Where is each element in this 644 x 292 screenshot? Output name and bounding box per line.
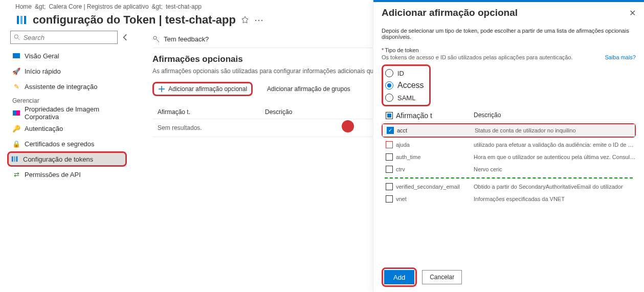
token-type-help: Os tokens de acesso e ID são utilizados … — [382, 54, 573, 60]
sidebar-item-auth[interactable]: 🔑 Autenticação — [10, 121, 137, 136]
claim-row-verified-email[interactable]: verified_secondary_email Obtido a partir… — [382, 181, 636, 193]
claim-row-ajuda[interactable]: ajuda utilizado para efetuar a validação… — [382, 139, 636, 151]
empty-label: Sem resultados. — [158, 124, 202, 131]
svg-point-8 — [153, 36, 157, 39]
sidebar-item-api[interactable]: ⇄ Permissões de API — [10, 167, 137, 182]
rocket-icon: 🚀 — [12, 67, 20, 75]
claim-name: ajuda — [396, 142, 410, 148]
breadcrumb-sep: &gt; — [35, 3, 46, 10]
sidebar-item-integration[interactable]: ✎ Assistente de integração — [10, 79, 137, 94]
panel-footer: Add Cancelar — [373, 262, 644, 292]
search-input[interactable] — [10, 31, 118, 44]
collapse-icon[interactable] — [121, 33, 130, 42]
checkbox-icon[interactable] — [386, 183, 393, 190]
pin-icon[interactable] — [241, 16, 249, 24]
claim-desc: Informações especificadas da VNET — [474, 196, 636, 202]
sidebar-item-certs[interactable]: 🔒 Certificados e segredos — [10, 136, 137, 151]
claim-name: vnet — [396, 196, 407, 202]
highlight-dot — [342, 120, 354, 132]
token-icon — [11, 155, 19, 163]
truncation-divider — [385, 177, 633, 178]
add-group-claim-button[interactable]: Adicionar afirmação de grupos — [263, 83, 354, 95]
wizard-icon: ✎ — [12, 82, 20, 91]
radio-circle — [385, 81, 393, 89]
claims-table-header: Afirmação t Descrição — [382, 109, 636, 122]
sidebar-item-overview[interactable]: Visão Geral — [10, 48, 137, 63]
plus-icon — [158, 85, 165, 93]
learn-more-link[interactable]: Saiba mais? — [605, 54, 636, 60]
claim-desc: utilizado para efetuar a validação da au… — [474, 142, 636, 148]
sidebar-section-manage: Gerenciar — [10, 94, 137, 105]
more-menu-icon[interactable]: ⋯ — [254, 15, 263, 25]
radio-id[interactable]: ID — [385, 67, 424, 79]
radio-access[interactable]: Access — [385, 79, 424, 92]
sidebar-item-tokens[interactable]: Configuração de tokens — [7, 151, 127, 167]
close-icon[interactable]: ✕ — [629, 8, 636, 18]
radio-label: SAML — [397, 94, 415, 102]
sidebar-item-label: Autenticação — [25, 125, 63, 132]
cert-icon: 🔒 — [12, 140, 20, 148]
button-label: Adicionar afirmação de grupos — [267, 85, 350, 93]
token-config-icon — [15, 14, 28, 26]
breadcrumb-home[interactable]: Home — [15, 3, 32, 10]
claim-row-ctry[interactable]: ctrv Nervo ceric — [382, 163, 636, 175]
radio-circle — [385, 94, 393, 102]
search-field[interactable] — [24, 34, 114, 41]
panel-description: Depois de selecionar um tipo de token, p… — [382, 25, 636, 47]
checkbox-icon[interactable] — [386, 195, 393, 203]
sidebar-item-label: Certificados e segredos — [25, 140, 95, 148]
branding-icon — [12, 109, 20, 117]
sidebar-item-label: Visão Geral — [25, 52, 59, 60]
claim-row-auth-time[interactable]: auth_time Hora em que o utilizador se au… — [382, 151, 636, 163]
breadcrumb-path1[interactable]: Calera Core | Registros de aplicativo — [49, 3, 148, 10]
claim-name: auth_time — [396, 154, 420, 160]
claim-name: verified_secondary_email — [396, 184, 460, 190]
sidebar-item-label: Início rápido — [25, 68, 61, 75]
svg-rect-1 — [20, 16, 23, 24]
sidebar-item-label: Permissões de API — [25, 171, 81, 178]
checkbox-icon[interactable] — [386, 141, 393, 148]
sidebar-item-quickstart[interactable]: 🚀 Início rápido — [10, 63, 137, 79]
svg-rect-0 — [17, 16, 19, 24]
claim-row-vnet[interactable]: vnet Informações especificadas da VNET — [382, 193, 636, 205]
checkbox-icon[interactable] — [386, 153, 393, 161]
svg-line-4 — [18, 38, 19, 40]
panel-title: Adicionar afirmação opcional — [382, 7, 518, 18]
column-claim: Afirmação t. — [152, 108, 265, 116]
api-icon: ⇄ — [12, 170, 20, 178]
svg-rect-5 — [12, 156, 13, 162]
claim-desc: Obtido a partir do SecondaryAuthoritativ… — [474, 184, 636, 190]
select-all-checkbox[interactable] — [386, 112, 393, 119]
claim-name: ctrv — [396, 166, 405, 172]
svg-rect-7 — [16, 156, 18, 162]
feedback-label: Tem feedback? — [164, 35, 209, 43]
checkbox-icon[interactable] — [386, 166, 393, 173]
column-claim: Afirmação t — [396, 111, 432, 120]
claim-desc: Hora em que o utilizador se autenticou p… — [474, 154, 636, 160]
add-claim-panel: Adicionar afirmação opcional ✕ Depois de… — [373, 0, 644, 292]
radio-label: ID — [397, 70, 404, 77]
claim-desc: Status de conta de utilizador no inquili… — [475, 127, 635, 133]
column-description: Descrição — [474, 111, 636, 120]
sidebar-item-label: Propriedades de Imagem Corporativa — [25, 105, 135, 121]
svg-point-3 — [14, 35, 18, 38]
button-label: Adicionar afirmação opcional — [168, 85, 247, 93]
svg-rect-2 — [24, 16, 26, 24]
breadcrumb-sep: &gt; — [152, 3, 163, 10]
token-type-label: *Tipo de token — [382, 47, 636, 53]
sidebar: Visão Geral 🚀 Início rápido ✎ Assistente… — [0, 31, 137, 182]
add-optional-claim-button[interactable]: Adicionar afirmação opcional — [152, 82, 253, 96]
page-title: configuração do Token | test-chat-app — [33, 13, 236, 27]
cancel-button[interactable]: Cancelar — [422, 270, 462, 284]
checkbox-icon[interactable] — [387, 127, 394, 134]
svg-rect-6 — [14, 156, 15, 162]
sidebar-item-branding[interactable]: Propriedades de Imagem Corporativa — [10, 105, 137, 121]
sidebar-item-label: Assistente de integração — [25, 83, 97, 91]
add-button[interactable]: Add — [384, 270, 414, 284]
sidebar-item-label: Configuração de tokens — [23, 155, 93, 163]
overview-icon — [12, 52, 20, 60]
claim-desc: Nervo ceric — [474, 166, 636, 172]
radio-saml[interactable]: SAML — [385, 92, 424, 104]
claim-row-acct[interactable]: acct Status de conta de utilizador no in… — [383, 124, 635, 137]
breadcrumb-path2[interactable]: test-chat-app — [166, 3, 202, 10]
